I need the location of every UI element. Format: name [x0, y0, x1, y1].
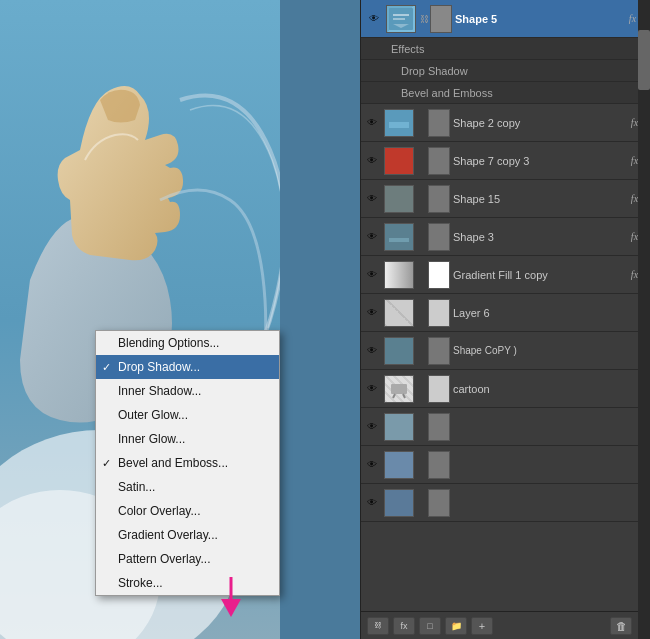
add-mask-btn[interactable]: □ — [419, 617, 441, 635]
svg-rect-5 — [393, 18, 405, 20]
layer-row-shape2copy[interactable]: Shape 2 copy fx ▼ — [361, 104, 650, 142]
visibility-toggle-layer6[interactable] — [363, 304, 381, 322]
visibility-toggle-shape7copy3[interactable] — [363, 152, 381, 170]
layer-thumb-shape2copy — [384, 109, 414, 137]
layer-row-shape5[interactable]: ⛓ Shape 5 fx ▼ — [361, 0, 650, 38]
new-group-btn[interactable]: 📁 — [445, 617, 467, 635]
visibility-toggle-cartoon[interactable] — [363, 380, 381, 398]
layer-mask-unknown1 — [428, 413, 450, 441]
bevel-emboss-label: Bevel and Emboss — [401, 87, 493, 99]
svg-rect-10 — [387, 188, 411, 210]
visibility-toggle-shape15[interactable] — [363, 190, 381, 208]
layer-mask-unknown2 — [428, 451, 450, 479]
layer-thumb-shape3 — [384, 223, 414, 251]
layer-row-unknown2[interactable] — [361, 446, 650, 484]
layer-mask-shape7copy3 — [428, 147, 450, 175]
menu-label-bevel-emboss: Bevel and Emboss... — [118, 456, 228, 470]
layer-name-gradient1copy: Gradient Fill 1 copy — [453, 269, 627, 281]
layer-row-shape15[interactable]: Shape 15 fx ▼ — [361, 180, 650, 218]
menu-item-inner-shadow[interactable]: Inner Shadow... — [96, 379, 279, 403]
layer-row-unknown3[interactable] — [361, 484, 650, 522]
layers-panel: ⛓ Shape 5 fx ▼ Effects Drop Shadow Bevel… — [360, 0, 650, 639]
layer-row-gradient1copy[interactable]: Gradient Fill 1 copy fx ▼ — [361, 256, 650, 294]
layer-thumb-shape5 — [386, 5, 416, 33]
layer-mask-cartoon — [428, 375, 450, 403]
menu-label-satin: Satin... — [118, 480, 155, 494]
visibility-toggle-gradient1copy[interactable] — [363, 266, 381, 284]
layer-row-layer6[interactable]: Layer 6 — [361, 294, 650, 332]
menu-item-satin[interactable]: Satin... — [96, 475, 279, 499]
menu-item-bevel-emboss[interactable]: ✓ Bevel and Emboss... — [96, 451, 279, 475]
visibility-toggle-unknown1[interactable] — [363, 418, 381, 436]
menu-label-inner-glow: Inner Glow... — [118, 432, 185, 446]
visibility-toggle-shape5[interactable] — [365, 10, 383, 28]
menu-label-drop-shadow: Drop Shadow... — [118, 360, 200, 374]
fx-badge-gradient1copy: fx — [631, 269, 638, 280]
layer-mask-shapecopy — [428, 337, 450, 365]
svg-rect-14 — [391, 384, 407, 394]
menu-item-outer-glow[interactable]: Outer Glow... — [96, 403, 279, 427]
layer-row-shapecopy[interactable]: Shape CoPY ) — [361, 332, 650, 370]
layer-name-shape7copy3: Shape 7 copy 3 — [453, 155, 627, 167]
chain-icon-gradient1copy — [416, 269, 428, 281]
menu-item-stroke[interactable]: Stroke... — [96, 571, 279, 595]
menu-item-gradient-overlay[interactable]: Gradient Overlay... — [96, 523, 279, 547]
menu-item-color-overlay[interactable]: Color Overlay... — [96, 499, 279, 523]
svg-rect-12 — [389, 238, 409, 242]
chain-icon-cartoon — [416, 383, 428, 395]
layer-mask-shape15 — [428, 185, 450, 213]
svg-rect-13 — [387, 340, 411, 362]
visibility-toggle-shapecopy[interactable] — [363, 342, 381, 360]
pink-arrow-svg — [216, 577, 246, 617]
scrollbar-thumb[interactable] — [638, 30, 650, 90]
svg-line-16 — [403, 394, 405, 398]
menu-item-drop-shadow[interactable]: ✓ Drop Shadow... — [96, 355, 279, 379]
layer-name-shapecopy: Shape CoPY ) — [453, 345, 648, 356]
menu-label-outer-glow: Outer Glow... — [118, 408, 188, 422]
menu-item-pattern-overlay[interactable]: Pattern Overlay... — [96, 547, 279, 571]
layer-mask-shape3 — [428, 223, 450, 251]
chain-icon-shape3 — [416, 231, 428, 243]
visibility-toggle-unknown2[interactable] — [363, 456, 381, 474]
layer-row-cartoon[interactable]: cartoon — [361, 370, 650, 408]
menu-item-blending[interactable]: Blending Options... — [96, 331, 279, 355]
layer-mask-shape2copy — [428, 109, 450, 137]
layer-mask-unknown3 — [428, 489, 450, 517]
chain-icon-unknown2 — [416, 459, 428, 471]
layer-thumb-gradient1copy — [384, 261, 414, 289]
layer-name-shape3: Shape 3 — [453, 231, 627, 243]
layer-row-unknown1[interactable] — [361, 408, 650, 446]
effects-group: Effects — [361, 38, 650, 60]
fx-badge-shape7copy3: fx — [631, 155, 638, 166]
delete-layer-btn[interactable]: 🗑 — [610, 617, 632, 635]
chain-icon-shape7copy3 — [416, 155, 428, 167]
context-menu: Blending Options... ✓ Drop Shadow... Inn… — [95, 330, 280, 596]
layer-thumb-unknown3 — [384, 489, 414, 517]
layer-row-shape3[interactable]: Shape 3 fx ▼ — [361, 218, 650, 256]
visibility-toggle-shape3[interactable] — [363, 228, 381, 246]
layer-mask-layer6 — [428, 299, 450, 327]
fx-badge-shape3: fx — [631, 231, 638, 242]
visibility-toggle-unknown3[interactable] — [363, 494, 381, 512]
chain-icon-shape15 — [416, 193, 428, 205]
fx-badge-shape2copy: fx — [631, 117, 638, 128]
svg-rect-8 — [389, 122, 409, 128]
layer-thumb-layer6 — [384, 299, 414, 327]
svg-rect-11 — [387, 226, 411, 248]
layer-name-shape5: Shape 5 — [455, 13, 625, 25]
menu-item-inner-glow[interactable]: Inner Glow... — [96, 427, 279, 451]
add-style-btn[interactable]: fx — [393, 617, 415, 635]
layer-thumb-shapecopy — [384, 337, 414, 365]
chain-icon-shapecopy — [416, 345, 428, 357]
layers-scrollbar[interactable] — [638, 0, 650, 639]
check-drop-shadow: ✓ — [102, 361, 111, 374]
layer-thumb-unknown1 — [384, 413, 414, 441]
layer-thumb-unknown2 — [384, 451, 414, 479]
visibility-toggle-shape2copy[interactable] — [363, 114, 381, 132]
svg-rect-4 — [393, 14, 409, 16]
layer-row-shape7copy3[interactable]: Shape 7 copy 3 fx ▼ — [361, 142, 650, 180]
menu-label-gradient-overlay: Gradient Overlay... — [118, 528, 218, 542]
layer-thumb-shape7copy3 — [384, 147, 414, 175]
new-layer-btn[interactable]: + — [471, 617, 493, 635]
link-layers-btn[interactable]: ⛓ — [367, 617, 389, 635]
